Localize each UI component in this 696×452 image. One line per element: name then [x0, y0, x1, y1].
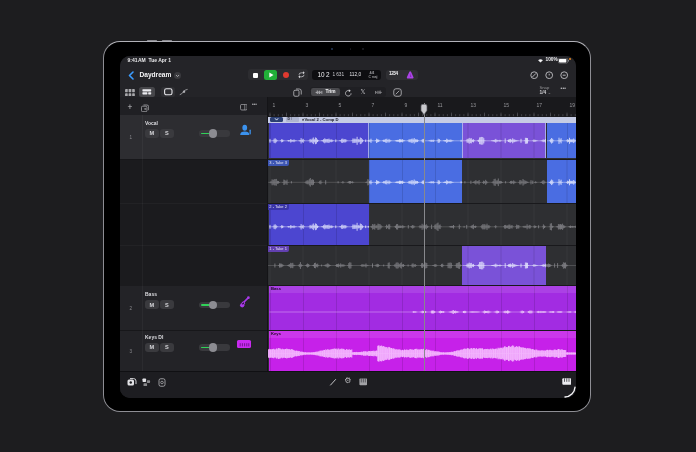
svg-text:13: 13	[470, 102, 476, 108]
svg-text:11: 11	[437, 102, 442, 108]
svg-text:5: 5	[338, 102, 341, 108]
svg-text:15: 15	[503, 102, 509, 108]
svg-text:19: 19	[569, 102, 575, 108]
svg-text:1: 1	[272, 102, 275, 108]
svg-text:17: 17	[536, 102, 542, 108]
svg-text:3: 3	[305, 102, 308, 108]
svg-text:9: 9	[404, 102, 407, 108]
svg-text:7: 7	[371, 102, 374, 108]
